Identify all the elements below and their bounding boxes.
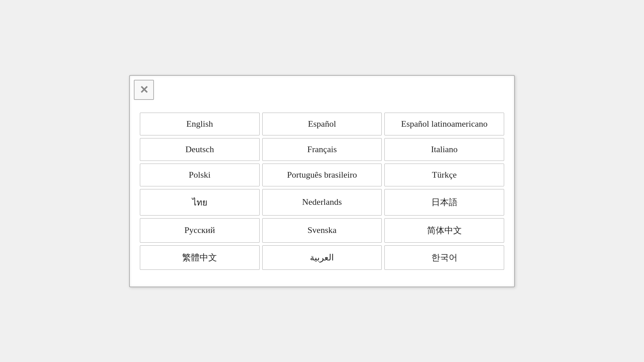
language-option-turkce[interactable]: Türkçe xyxy=(384,164,504,186)
language-option-italiano[interactable]: Italiano xyxy=(384,138,504,161)
language-option-arabic[interactable]: العربية xyxy=(262,245,382,270)
language-option-deutsch[interactable]: Deutsch xyxy=(140,138,260,161)
language-option-svenska[interactable]: Svenska xyxy=(262,218,382,243)
language-option-korean[interactable]: 한국어 xyxy=(384,245,504,270)
language-select-dialog: ✕ EnglishEspañolEspañol latinoamericanoD… xyxy=(129,75,515,287)
close-icon: ✕ xyxy=(140,84,149,95)
language-grid: EnglishEspañolEspañol latinoamericanoDeu… xyxy=(137,113,507,270)
language-option-russian[interactable]: Русский xyxy=(140,218,260,243)
close-button[interactable]: ✕ xyxy=(134,80,154,100)
language-option-francais[interactable]: Français xyxy=(262,138,382,161)
language-option-simplified-chinese[interactable]: 简体中文 xyxy=(384,218,504,243)
language-option-traditional-chinese[interactable]: 繁體中文 xyxy=(140,245,260,270)
language-option-japanese[interactable]: 日本語 xyxy=(384,189,504,216)
language-option-portugues[interactable]: Português brasileiro xyxy=(262,164,382,186)
language-option-nederlands[interactable]: Nederlands xyxy=(262,189,382,216)
language-option-espanol[interactable]: Español xyxy=(262,113,382,135)
language-option-espanol-lat[interactable]: Español latinoamericano xyxy=(384,113,504,135)
language-option-polski[interactable]: Polski xyxy=(140,164,260,186)
language-option-english[interactable]: English xyxy=(140,113,260,135)
language-option-thai[interactable]: ไทย xyxy=(140,189,260,216)
